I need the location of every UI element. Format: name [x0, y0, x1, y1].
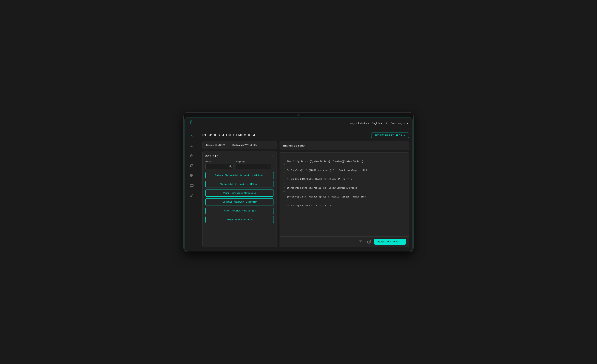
- copy-code-button[interactable]: [366, 239, 372, 245]
- sidebar-item-tasks[interactable]: [188, 162, 196, 170]
- sidebar-item-tools[interactable]: [188, 191, 196, 200]
- name-filter-group: Name: 🔍: [205, 161, 234, 169]
- name-filter-label: Name:: [205, 161, 234, 163]
- language-label: English: [372, 122, 380, 124]
- user-menu[interactable]: Bruce Wayne ▾: [391, 122, 408, 124]
- code-content: $tempScriptPath = [System.IO.Path]::Comb…: [287, 155, 409, 234]
- content-area: Respuesta en Tiempo Real REGRESAR A EQUI…: [199, 129, 412, 251]
- user-chevron-icon: ▾: [407, 122, 408, 124]
- clear-code-button[interactable]: [357, 239, 364, 245]
- code-line-7: [287, 213, 407, 217]
- line-number-5: 5: [282, 170, 285, 174]
- language-selector[interactable]: English ▾: [372, 122, 382, 124]
- svg-line-16: [191, 194, 193, 197]
- sidebar-item-grid[interactable]: [188, 171, 196, 180]
- user-name: Bruce Wayne: [391, 122, 405, 124]
- tags-filter-label: Script Tags:: [236, 161, 271, 163]
- language-chevron-icon: ▾: [381, 122, 382, 124]
- sidebar-item-download[interactable]: [188, 142, 196, 150]
- code-line-2: GetTempPath(), "{{RA002_scriptname}}" );…: [287, 169, 407, 172]
- line-number-2: 2: [282, 159, 285, 163]
- top-nav: Wayne Industries English ▾ ☀ Bruce Wayne…: [185, 118, 412, 129]
- kernel-info: Kernel: WINDOWS: [206, 144, 226, 146]
- line-number-10: 10: [282, 190, 285, 194]
- script-item-2[interactable]: Winrar - Force Winget Management: [205, 190, 274, 197]
- script-entry-title: Entrada de Script: [283, 144, 305, 147]
- code-line-3: "{{cdnBaseURLWinRA}}/{{RA002_scriptname}…: [287, 177, 407, 181]
- sidebar-item-home[interactable]: ⌂: [188, 132, 196, 140]
- line-number-9: 9: [282, 186, 285, 190]
- script-item-3[interactable]: OS Native - ANYDESK - Desinstalar: [205, 198, 274, 205]
- main-columns: Kernel: WINDOWS Hostname: WAYNE-007 SCRI…: [202, 141, 409, 247]
- scripts-list: Rollback / Eliminar Admin de Usuario Loc…: [205, 172, 274, 223]
- line-number-3: 3: [282, 163, 285, 166]
- tags-select-wrap: ▾: [236, 164, 271, 169]
- name-filter-input-wrap: 🔍: [205, 164, 234, 169]
- code-line-9: [287, 230, 407, 234]
- scripts-panel: SCRIPTS ✕ Name: 🔍: [202, 151, 277, 247]
- code-actions: EJECUTAR SCRIPT: [280, 236, 409, 247]
- script-entry-panel: Entrada de Script: [280, 141, 409, 150]
- svg-rect-11: [190, 176, 192, 177]
- device-camera: [298, 114, 299, 116]
- code-panel: 1 2 3 4 5 6 7 8 9 10: [280, 152, 409, 247]
- script-item-0[interactable]: Rollback / Eliminar Admin de Usuario Loc…: [205, 172, 274, 179]
- left-panel: Kernel: WINDOWS Hostname: WAYNE-007 SCRI…: [202, 141, 277, 247]
- code-line-5: $tempScriptPath -Package @("ALL") -Updat…: [287, 195, 407, 199]
- script-item-4[interactable]: Winget - Actualizar todas las Apps: [205, 207, 274, 214]
- back-button-label: REGRESAR A EQUIPOS: [375, 134, 402, 137]
- sidebar: ⌂: [185, 129, 199, 251]
- logo-icon: [189, 119, 195, 127]
- right-panel: Entrada de Script 1 2 3 4 5 6: [280, 141, 409, 247]
- hostname-info: Hostname: WAYNE-007: [232, 144, 257, 146]
- company-name: Wayne Industries: [350, 122, 369, 124]
- code-line-8: [287, 222, 407, 225]
- svg-rect-9: [190, 174, 192, 176]
- tags-filter-select[interactable]: [236, 164, 271, 169]
- page-header: Respuesta en Tiempo Real REGRESAR A EQUI…: [202, 132, 409, 138]
- line-number-1: 1: [282, 155, 285, 159]
- svg-rect-3: [190, 147, 193, 147]
- code-line-4: $tempScriptPath; powershell.exe -Executi…: [287, 186, 407, 190]
- svg-rect-8: [190, 165, 193, 167]
- logo-area: [189, 119, 200, 127]
- sidebar-item-3d[interactable]: [188, 152, 196, 160]
- scripts-title: SCRIPTS: [205, 155, 219, 157]
- device-info-bar: Kernel: WINDOWS Hostname: WAYNE-007: [202, 141, 277, 149]
- svg-rect-12: [192, 176, 193, 177]
- close-scripts-button[interactable]: ✕: [271, 154, 274, 158]
- code-editor[interactable]: 1 2 3 4 5 6 7 8 9 10: [280, 153, 409, 236]
- script-item-1[interactable]: Eliminar Admin de Usuario Local Primario: [205, 181, 274, 188]
- line-number-7: 7: [282, 178, 285, 182]
- back-arrow-icon: ⇥: [403, 134, 405, 137]
- svg-rect-23: [368, 241, 370, 243]
- scripts-filters: Name: 🔍 Script Tags:: [205, 161, 274, 169]
- execute-script-button[interactable]: EJECUTAR SCRIPT: [374, 239, 406, 245]
- script-item-5[interactable]: Winget - Mostrar Inventario: [205, 216, 274, 223]
- line-numbers: 1 2 3 4 5 6 7 8 9 10: [280, 155, 287, 234]
- theme-toggle-icon[interactable]: ☀: [385, 121, 388, 125]
- line-number-8: 8: [282, 182, 285, 186]
- svg-rect-10: [192, 174, 193, 176]
- scripts-header: SCRIPTS ✕: [205, 154, 274, 158]
- svg-rect-13: [190, 184, 193, 186]
- tags-filter-group: Script Tags: ▾: [236, 161, 271, 169]
- code-line-1: $tempScriptPath = [System.IO.Path]::Comb…: [287, 160, 407, 163]
- code-line-6: Path $tempScriptPath -Force; exit 0: [287, 204, 407, 208]
- sidebar-item-monitor[interactable]: [188, 181, 196, 190]
- line-number-6: 6: [282, 174, 285, 178]
- page-title: Respuesta en Tiempo Real: [202, 133, 258, 137]
- back-button[interactable]: REGRESAR A EQUIPOS ⇥: [371, 132, 409, 138]
- line-number-4: 4: [282, 166, 285, 170]
- search-icon-button[interactable]: 🔍: [229, 165, 232, 168]
